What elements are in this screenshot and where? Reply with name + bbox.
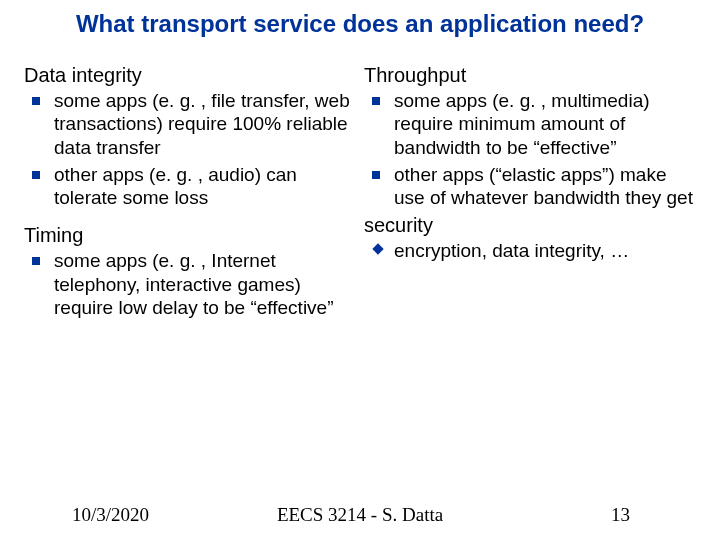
left-column: Data integrity some apps (e. g. , file t… xyxy=(24,63,360,323)
bullet-list: some apps (e. g. , Internet telephony, i… xyxy=(24,249,352,319)
list-item: some apps (e. g. , Internet telephony, i… xyxy=(54,249,352,319)
slide-body: Data integrity some apps (e. g. , file t… xyxy=(0,39,720,323)
footer-page-number: 13 xyxy=(611,504,630,526)
section-heading-timing: Timing xyxy=(24,223,352,247)
bullet-list: encryption, data integrity, … xyxy=(364,239,696,262)
section-heading-data-integrity: Data integrity xyxy=(24,63,352,87)
list-item: other apps (“elastic apps”) make use of … xyxy=(394,163,696,209)
section-heading-throughput: Throughput xyxy=(364,63,696,87)
list-item: some apps (e. g. , file transfer, web tr… xyxy=(54,89,352,159)
slide-title: What transport service does an applicati… xyxy=(0,0,720,39)
bullet-list: some apps (e. g. , file transfer, web tr… xyxy=(24,89,352,209)
list-item: some apps (e. g. , multimedia) require m… xyxy=(394,89,696,159)
right-column: Throughput some apps (e. g. , multimedia… xyxy=(360,63,696,323)
section-heading-security: security xyxy=(364,213,696,237)
list-item: encryption, data integrity, … xyxy=(394,239,696,262)
bullet-list: some apps (e. g. , multimedia) require m… xyxy=(364,89,696,209)
list-item: other apps (e. g. , audio) can tolerate … xyxy=(54,163,352,209)
